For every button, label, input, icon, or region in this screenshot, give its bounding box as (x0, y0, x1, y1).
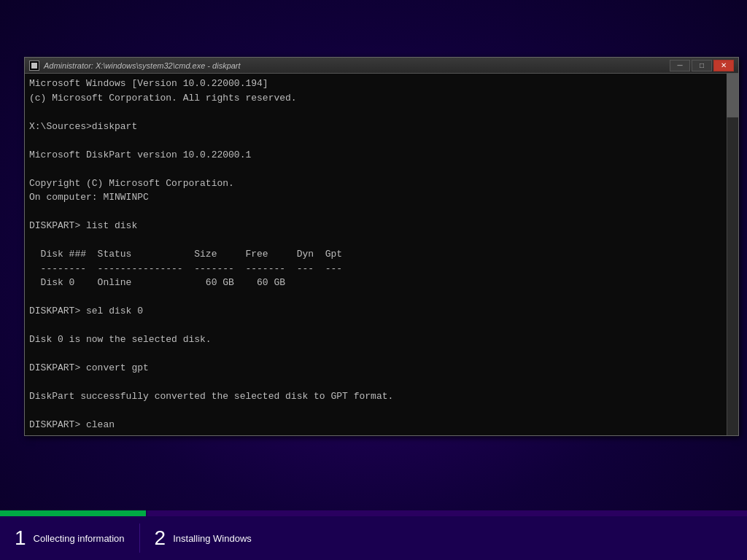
progress-bar (0, 510, 747, 516)
step-2-number: 2 (155, 526, 166, 550)
terminal-body: Microsoft Windows [Version 10.0.22000.19… (25, 74, 738, 435)
step-2-label: Installing Windows (173, 533, 252, 544)
progress-segment-active (0, 510, 146, 516)
step-1-number: 1 (15, 526, 26, 550)
cmd-title: Administrator: X:\windows\system32\cmd.e… (44, 61, 670, 70)
step-1-label: Collecting information (34, 533, 125, 544)
step-1: 1 Collecting information (0, 526, 139, 550)
taskbar: 1 Collecting information 2 Installing Wi… (0, 510, 747, 560)
restore-button[interactable]: □ (692, 60, 712, 71)
window-controls: ─ □ ✕ (670, 60, 734, 71)
progress-segment-inactive (147, 510, 747, 516)
cmd-app-icon (29, 61, 39, 71)
close-button[interactable]: ✕ (713, 60, 734, 71)
cmd-window: Administrator: X:\windows\system32\cmd.e… (24, 57, 739, 436)
minimize-button[interactable]: ─ (670, 60, 690, 71)
cmd-titlebar: Administrator: X:\windows\system32\cmd.e… (25, 58, 738, 74)
taskbar-steps: 1 Collecting information 2 Installing Wi… (0, 516, 747, 560)
step-2: 2 Installing Windows (140, 526, 266, 550)
scrollbar-thumb[interactable] (727, 74, 738, 117)
scrollbar[interactable] (727, 74, 738, 435)
